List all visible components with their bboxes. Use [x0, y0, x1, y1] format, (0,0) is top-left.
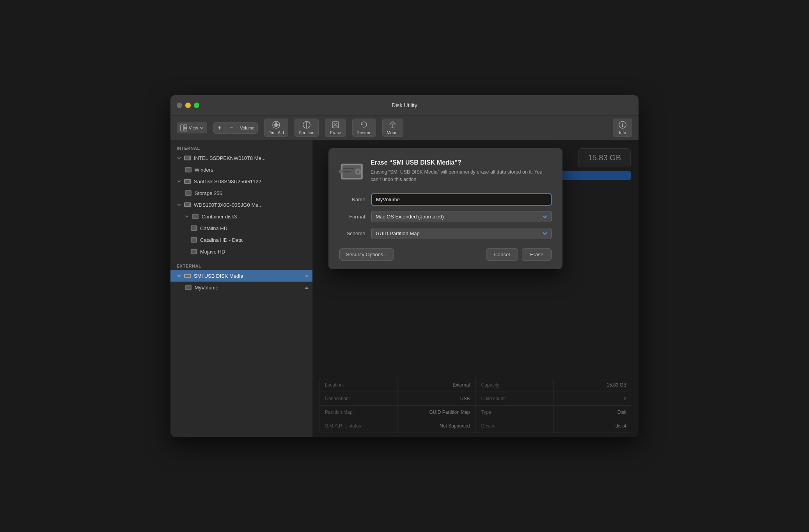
name-input[interactable]: [371, 193, 552, 206]
chevron-down-icon: [177, 179, 181, 184]
add-volume-button[interactable]: +: [214, 122, 225, 133]
svg-rect-20: [186, 168, 191, 172]
sidebar-item-smi-usb[interactable]: SMI USB DISK Media ⏏: [170, 270, 312, 282]
window-title: Disk Utility: [392, 102, 417, 108]
partition-button[interactable]: Partition: [295, 119, 319, 137]
volume-group: + − Volume: [213, 122, 258, 134]
svg-rect-5: [274, 124, 279, 126]
remove-volume-button[interactable]: −: [225, 122, 237, 133]
sidebar-item-wds[interactable]: WDS100T3X0C-00SJG0 Me...: [170, 199, 312, 211]
volume-label: Volume: [237, 126, 257, 130]
chevron-down-icon: [177, 202, 181, 207]
svg-rect-34: [192, 238, 196, 242]
modal-form: Name: Format: Mac OS Extended (Journaled…: [339, 193, 552, 239]
first-aid-label: First Aid: [268, 130, 284, 135]
sidebar-item-label: Container disk3: [202, 214, 237, 220]
close-button[interactable]: [177, 103, 182, 108]
modal-header-text: Erase “SMI USB DISK Media”? Erasing “SMI…: [371, 159, 552, 184]
chevron-down-icon: [185, 214, 189, 219]
svg-point-15: [622, 123, 623, 124]
chevron-down-icon: [177, 273, 181, 278]
sidebar-item-winders[interactable]: Winders: [170, 164, 312, 176]
mount-icon: [389, 121, 397, 129]
first-aid-button[interactable]: First Aid: [264, 119, 288, 137]
svg-rect-47: [339, 170, 342, 173]
eject-icon[interactable]: ⏏: [305, 273, 309, 278]
cancel-button[interactable]: Cancel: [486, 248, 518, 261]
erase-dialog: Erase “SMI USB DISK Media”? Erasing “SMI…: [328, 148, 562, 269]
format-select[interactable]: Mac OS Extended (Journaled) Mac OS Exten…: [371, 211, 552, 222]
eject-icon[interactable]: ⏏: [305, 285, 309, 290]
sidebar-item-storage256[interactable]: Storage 256: [170, 187, 312, 199]
sidebar-item-myvolume[interactable]: MyVolume ⏏: [170, 282, 312, 293]
scheme-select[interactable]: GUID Partition Map Master Boot Record Ap…: [371, 228, 552, 239]
modal-footer: Security Options... Cancel Erase: [339, 248, 552, 261]
svg-rect-32: [192, 226, 196, 230]
svg-rect-45: [343, 168, 354, 169]
volume-icon: [190, 248, 198, 255]
format-row: Format: Mac OS Extended (Journaled) Mac …: [339, 211, 552, 222]
volume-icon: [190, 224, 198, 232]
mount-label: Mount: [387, 130, 399, 135]
scheme-row: Scheme: GUID Partition Map Master Boot R…: [339, 228, 552, 239]
restore-icon: [360, 121, 368, 129]
sidebar-item-label: SanDisk SD8SN8U256G1122: [194, 179, 261, 184]
app-window: Disk Utility View + − Volume: [170, 95, 639, 437]
sidebar-item-label: Storage 256: [195, 190, 222, 196]
sidebar-item-sandisk[interactable]: SanDisk SD8SN8U256G1122: [170, 176, 312, 187]
modal-overlay: Erase “SMI USB DISK Media”? Erasing “SMI…: [313, 140, 639, 437]
info-button[interactable]: Info: [613, 119, 632, 137]
sidebar-item-intel-ssd[interactable]: INTEL SSDPEKNW010T8 Me...: [170, 152, 312, 164]
sidebar-item-catalina-hd[interactable]: Catalina HD: [170, 222, 312, 234]
name-row: Name:: [339, 193, 552, 206]
internal-section-header: Internal: [170, 144, 312, 152]
volume-icon: [185, 166, 192, 174]
restore-button[interactable]: Restore: [352, 119, 376, 137]
sidebar-item-label: INTEL SSDPEKNW010T8 Me...: [194, 155, 266, 161]
svg-rect-1: [184, 125, 187, 128]
svg-point-44: [357, 170, 359, 173]
erase-confirm-button[interactable]: Erase: [522, 248, 552, 261]
sidebar-item-label: Catalina HD: [200, 225, 227, 231]
sidebar-item-label: MyVolume: [195, 285, 218, 291]
svg-rect-25: [186, 191, 191, 195]
view-label: View: [189, 126, 198, 130]
drive-icon: [184, 177, 192, 185]
partition-icon: [302, 121, 311, 129]
erase-button[interactable]: Erase: [325, 119, 346, 137]
sidebar-item-mojave-hd[interactable]: Mojave HD: [170, 246, 312, 257]
restore-label: Restore: [357, 130, 372, 135]
security-options-button[interactable]: Security Options...: [339, 248, 394, 261]
svg-rect-46: [343, 171, 351, 172]
drive-icon: [184, 201, 192, 209]
svg-rect-40: [186, 286, 191, 289]
name-label: Name:: [339, 197, 367, 202]
sidebar-item-label: WDS100T3X0C-00SJG0 Me...: [194, 202, 263, 208]
chevron-down-icon: [200, 127, 204, 129]
sidebar-item-container-disk3[interactable]: Container disk3: [170, 211, 312, 222]
svg-rect-30: [193, 215, 198, 218]
mount-button[interactable]: Mount: [382, 119, 403, 137]
info-icon: [618, 121, 627, 129]
chevron-down-icon: [177, 156, 181, 160]
sidebar-item-catalina-hd-data[interactable]: Catalina HD - Data: [170, 234, 312, 246]
view-button[interactable]: View: [177, 122, 207, 133]
volume-icon: [185, 189, 192, 197]
toolbar: View + − Volume First Aid: [170, 115, 639, 140]
traffic-lights: [177, 103, 199, 108]
svg-rect-0: [181, 125, 183, 131]
modal-actions: Cancel Erase: [486, 248, 552, 261]
svg-rect-38: [185, 275, 190, 277]
erase-label: Erase: [330, 130, 341, 135]
view-icon: [180, 124, 187, 131]
svg-rect-36: [192, 250, 196, 254]
modal-disk-image: [339, 159, 364, 184]
svg-point-28: [189, 204, 190, 206]
titlebar: Disk Utility: [170, 95, 639, 115]
partition-label: Partition: [299, 130, 314, 135]
sidebar: Internal INTEL SSDPEKNW010T8 Me...: [170, 140, 313, 437]
info-label: Info: [619, 130, 626, 135]
minimize-button[interactable]: [185, 103, 191, 108]
usb-drive-icon: [184, 272, 192, 280]
maximize-button[interactable]: [194, 103, 199, 108]
